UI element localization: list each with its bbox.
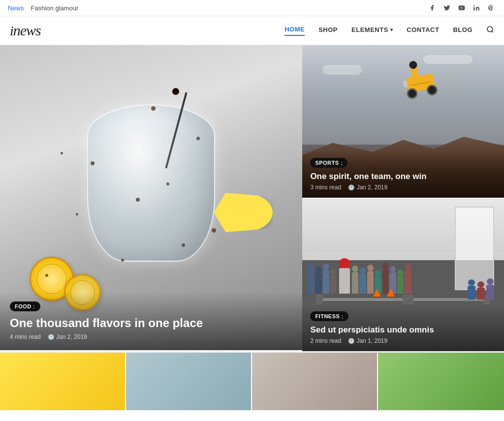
hero-main-card[interactable]: FOOD One thousand flavors in one place 4… xyxy=(0,45,302,350)
facebook-icon[interactable] xyxy=(427,3,437,13)
social-icons xyxy=(427,3,496,13)
strip-card-1[interactable] xyxy=(0,353,126,410)
svg-point-2 xyxy=(473,5,474,6)
pinterest-icon[interactable] xyxy=(486,3,496,13)
strip-card-4[interactable] xyxy=(378,353,504,410)
nav-shop[interactable]: SHOP xyxy=(318,26,338,35)
nav-home[interactable]: HOME xyxy=(284,26,305,36)
clock-icon: 🕐 xyxy=(48,334,55,340)
hero-main-title: One thousand flavors in one place xyxy=(10,315,292,331)
youtube-icon[interactable] xyxy=(457,3,467,13)
hero-grid: FOOD One thousand flavors in one place 4… xyxy=(0,45,504,351)
nav-elements[interactable]: ELEMENTS ▾ xyxy=(351,26,393,35)
hero-main-date: 🕐 Jan 2, 2019 xyxy=(48,333,87,340)
food-badge: FOOD xyxy=(10,301,292,315)
svg-point-3 xyxy=(487,27,493,32)
strip-card-2[interactable] xyxy=(126,353,252,410)
header: inews HOME SHOP ELEMENTS ▾ CONTACT BLOG xyxy=(0,16,504,45)
hero-main-read-time: 4 mins read xyxy=(10,333,41,340)
sports-card[interactable]: SPORTS One spirit, one team, one win 3 m… xyxy=(302,45,504,198)
search-icon[interactable] xyxy=(486,26,494,35)
svg-rect-1 xyxy=(473,7,474,10)
topbar-left: News Fashion glamour xyxy=(8,4,78,12)
linkedin-icon[interactable] xyxy=(472,3,481,13)
sports-card-meta: 3 mins read 🕐 Jan 2, 2019 xyxy=(310,184,496,191)
sports-card-title: One spirit, one team, one win xyxy=(310,172,496,181)
fitness-card-overlay: FITNESS Sed ut perspiciatis unde omnis 2… xyxy=(302,304,504,351)
hero-main-overlay: FOOD One thousand flavors in one place 4… xyxy=(0,292,302,350)
fitness-card[interactable]: FITNESS Sed ut perspiciatis unde omnis 2… xyxy=(302,198,504,351)
fitness-card-meta: 2 mins read 🕐 Jan 1, 2019 xyxy=(310,337,496,344)
topbar-subtitle: Fashion glamour xyxy=(31,4,79,12)
news-link[interactable]: News xyxy=(8,4,24,12)
fitness-card-title: Sed ut perspiciatis unde omnis xyxy=(310,325,496,335)
twitter-icon[interactable] xyxy=(442,3,452,13)
nav-contact[interactable]: CONTACT xyxy=(407,26,439,35)
sports-card-overlay: SPORTS One spirit, one team, one win 3 m… xyxy=(302,151,504,198)
strip-card-3[interactable] xyxy=(252,353,378,410)
topbar: News Fashion glamour xyxy=(0,0,504,16)
hero-right-column: SPORTS One spirit, one team, one win 3 m… xyxy=(302,45,504,351)
nav-blog[interactable]: BLOG xyxy=(453,26,472,35)
main-nav: HOME SHOP ELEMENTS ▾ CONTACT BLOG xyxy=(284,26,494,36)
hero-main-meta: 4 mins read 🕐 Jan 2, 2019 xyxy=(10,333,292,340)
chevron-down-icon: ▾ xyxy=(390,27,393,32)
bottom-strip xyxy=(0,351,504,410)
logo[interactable]: inews xyxy=(10,22,41,39)
